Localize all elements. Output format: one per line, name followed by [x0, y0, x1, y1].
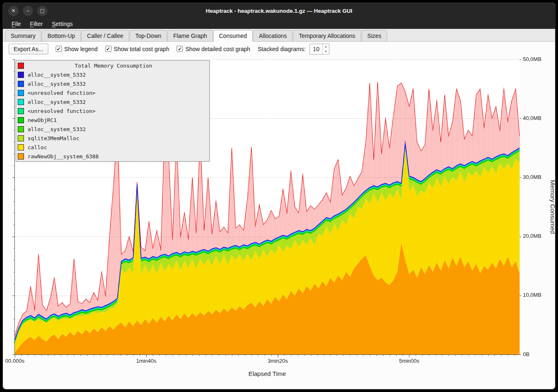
legend-label: newObjRC1 — [28, 117, 57, 123]
stacked-diagrams-spinbox[interactable]: 10 ▲ ▼ — [310, 44, 329, 54]
legend-label: <unresolved function> — [28, 90, 95, 96]
tab-temporary-allocations[interactable]: Temporary Allocations — [293, 30, 361, 42]
toolbar: Export As... ✓Show legend✓Show total cos… — [3, 42, 555, 56]
tab-summary[interactable]: Summary — [5, 30, 41, 42]
legend-swatch — [18, 135, 24, 141]
chart-legend: Total Memory Consumptionalloc__system_53… — [16, 60, 210, 162]
tab-caller-callee[interactable]: Caller / Callee — [81, 30, 129, 42]
legend-swatch — [18, 153, 24, 160]
legend-swatch — [18, 108, 24, 114]
legend-entry: <unresolved function> — [16, 106, 209, 115]
heaptrack-window: ✕–▢ Heaptrack - heaptrack.wakunode.1.gz … — [2, 2, 556, 390]
tab-flame-graph[interactable]: Flame Graph — [168, 30, 213, 42]
legend-swatch — [18, 90, 24, 96]
menu-filter[interactable]: Filter — [26, 20, 47, 28]
checkbox-show-total-cost-graph[interactable]: ✓Show total cost graph — [105, 46, 170, 52]
checkmark-icon: ✓ — [56, 46, 62, 52]
legend-swatch — [18, 81, 24, 87]
menu-file[interactable]: File — [7, 20, 26, 28]
legend-label: <unresolved function> — [28, 108, 95, 114]
checkmark-icon: ✓ — [177, 46, 183, 52]
tab-bar: SummaryBottom-UpCaller / CalleeTop-DownF… — [3, 29, 555, 42]
legend-entry: rawNewObj__system_6388 — [16, 152, 209, 161]
legend-swatch — [18, 117, 24, 123]
legend-entry: <unresolved function> — [16, 88, 209, 97]
checkbox-show-legend[interactable]: ✓Show legend — [56, 46, 98, 52]
legend-entry: alloc__system_5332 — [16, 97, 209, 106]
spin-down-icon[interactable]: ▼ — [323, 49, 329, 54]
legend-title-row: Total Memory Consumption — [16, 61, 209, 70]
legend-label: alloc__system_5332 — [28, 126, 86, 132]
tab-bottom-up[interactable]: Bottom-Up — [42, 30, 81, 42]
legend-swatch-total — [18, 63, 24, 69]
stacked-diagrams-label: Stacked diagrams: — [258, 46, 305, 52]
checkbox-label: Show legend — [64, 46, 98, 52]
tab-sizes[interactable]: Sizes — [362, 30, 387, 42]
legend-entry: alloc__system_5332 — [16, 79, 209, 88]
legend-swatch — [18, 144, 24, 150]
tab-allocations[interactable]: Allocations — [253, 30, 293, 42]
legend-label: alloc__system_5332 — [28, 99, 86, 105]
close-button[interactable]: ✕ — [8, 6, 19, 16]
legend-entry: alloc__system_5332 — [16, 124, 209, 134]
window-controls: ✕–▢ — [3, 6, 47, 16]
legend-swatch — [18, 99, 24, 105]
minimize-icon: – — [26, 8, 29, 14]
checkmark-icon: ✓ — [105, 46, 111, 52]
legend-label: sqlite3MemMalloc — [28, 135, 79, 141]
legend-title: Total Memory Consumption — [28, 63, 199, 69]
tab-top-down[interactable]: Top-Down — [130, 30, 167, 42]
close-icon: ✕ — [11, 8, 15, 14]
minimize-button[interactable]: – — [23, 6, 33, 16]
legend-entry: newObjRC1 — [16, 115, 209, 124]
stacked-diagrams-value[interactable]: 10 — [310, 44, 322, 54]
legend-entry: sqlite3MemMalloc — [16, 134, 209, 143]
legend-entry: alloc__system_5332 — [16, 70, 209, 79]
maximize-icon: ▢ — [40, 8, 45, 14]
chart-area: Total Memory Consumptionalloc__system_53… — [3, 56, 556, 390]
legend-label: alloc__system_5332 — [28, 81, 86, 87]
maximize-button[interactable]: ▢ — [37, 6, 47, 16]
spinbox-arrows: ▲ ▼ — [322, 44, 329, 54]
checkbox-label: Show total cost graph — [114, 46, 170, 52]
legend-entry: calloc — [16, 143, 209, 152]
legend-swatch — [18, 126, 24, 132]
legend-swatch — [18, 72, 24, 78]
legend-label: alloc__system_5332 — [28, 72, 86, 78]
menu-settings[interactable]: Settings — [47, 20, 78, 28]
spin-up-icon[interactable]: ▲ — [323, 44, 329, 49]
checkbox-show-detailed-cost-graph[interactable]: ✓Show detailed cost graph — [177, 46, 250, 52]
titlebar[interactable]: ✕–▢ Heaptrack - heaptrack.wakunode.1.gz … — [3, 3, 555, 19]
tab-consumed[interactable]: Consumed — [213, 30, 253, 42]
legend-label: calloc — [28, 144, 47, 150]
export-as-button[interactable]: Export As... — [9, 44, 48, 54]
window-title: Heaptrack - heaptrack.wakunode.1.gz — He… — [3, 8, 555, 14]
checkbox-label: Show detailed cost graph — [185, 46, 250, 52]
legend-label: rawNewObj__system_6388 — [28, 153, 99, 160]
menubar: FileFilterSettings — [3, 19, 555, 29]
